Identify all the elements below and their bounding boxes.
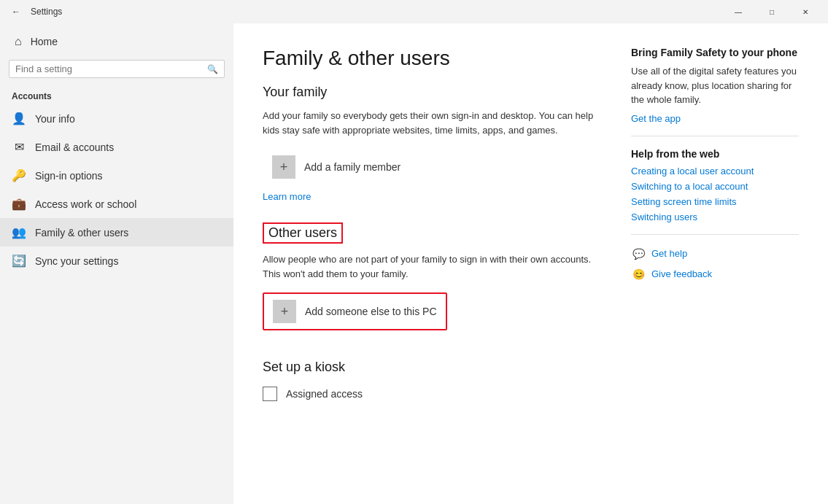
help-link-1[interactable]: Switching to a local account bbox=[631, 181, 799, 192]
help-section: 💬 Get help 😊 Give feedback bbox=[631, 247, 799, 282]
sidebar-item-family-other-users[interactable]: 👥 Family & other users bbox=[0, 218, 233, 247]
search-input[interactable] bbox=[15, 63, 207, 74]
sidebar-item-label: Sync your settings bbox=[35, 255, 118, 267]
get-app-link[interactable]: Get the app bbox=[631, 113, 799, 124]
give-feedback-label: Give feedback bbox=[651, 268, 712, 279]
kiosk-title: Set up a kiosk bbox=[263, 360, 602, 375]
titlebar: ← Settings — □ ✕ bbox=[0, 0, 828, 23]
window-title: Settings bbox=[31, 7, 62, 17]
sidebar-item-sync-settings[interactable]: 🔄 Sync your settings bbox=[0, 247, 233, 275]
kiosk-section: Set up a kiosk Assigned access bbox=[263, 360, 602, 404]
app-body: ⌂ Home 🔍 Accounts 👤 Your info ✉ Email & … bbox=[0, 23, 828, 504]
window-controls: — □ ✕ bbox=[721, 0, 822, 23]
work-icon: 💼 bbox=[12, 197, 26, 211]
other-users-title: Other users bbox=[263, 222, 343, 244]
your-family-title: Your family bbox=[263, 85, 602, 100]
divider bbox=[631, 136, 799, 136]
back-button[interactable]: ← bbox=[6, 1, 26, 22]
sidebar-item-label: Sign-in options bbox=[35, 170, 103, 182]
your-info-icon: 👤 bbox=[12, 112, 26, 125]
help-link-2[interactable]: Setting screen time limits bbox=[631, 196, 799, 207]
help-from-web-section: Help from the web Creating a local user … bbox=[631, 148, 799, 222]
search-icon: 🔍 bbox=[207, 64, 218, 74]
signin-icon: 🔑 bbox=[12, 168, 26, 182]
minimize-button[interactable]: — bbox=[721, 0, 755, 23]
assigned-access-item: Assigned access bbox=[263, 384, 602, 404]
get-help-label: Get help bbox=[651, 248, 687, 259]
maximize-button[interactable]: □ bbox=[755, 0, 789, 23]
give-feedback-icon: 😊 bbox=[631, 267, 646, 282]
close-button[interactable]: ✕ bbox=[789, 0, 822, 23]
help-link-3[interactable]: Switching users bbox=[631, 212, 799, 222]
sidebar-item-access-work-school[interactable]: 💼 Access work or school bbox=[0, 190, 233, 218]
sidebar-item-label: Family & other users bbox=[35, 227, 128, 239]
sidebar-home-label: Home bbox=[31, 36, 58, 47]
email-icon: ✉ bbox=[12, 140, 26, 154]
sidebar-item-email-accounts[interactable]: ✉ Email & accounts bbox=[0, 133, 233, 161]
get-help-icon: 💬 bbox=[631, 247, 646, 261]
right-panel: Bring Family Safety to your phone Use al… bbox=[631, 47, 799, 481]
main-content: Family & other users Your family Add you… bbox=[263, 47, 602, 481]
other-users-section: Other users Allow people who are not par… bbox=[263, 222, 602, 330]
help-link-0[interactable]: Creating a local user account bbox=[631, 166, 799, 177]
help-from-web-title: Help from the web bbox=[631, 148, 799, 160]
content-area: Family & other users Your family Add you… bbox=[233, 23, 828, 504]
sidebar-item-sign-in-options[interactable]: 🔑 Sign-in options bbox=[0, 161, 233, 190]
add-family-member-label: Add a family member bbox=[304, 161, 401, 173]
get-help-item[interactable]: 💬 Get help bbox=[631, 247, 799, 261]
sidebar-item-home[interactable]: ⌂ Home bbox=[3, 29, 231, 54]
learn-more-link[interactable]: Learn more bbox=[263, 191, 311, 202]
sidebar-section-label: Accounts bbox=[0, 87, 233, 104]
page-title: Family & other users bbox=[263, 47, 602, 70]
family-safety-description: Use all of the digital safety features y… bbox=[631, 64, 799, 107]
sidebar-item-label: Your info bbox=[35, 113, 75, 125]
add-family-member-button[interactable]: + Add a family member bbox=[263, 149, 602, 185]
sidebar-item-label: Email & accounts bbox=[35, 141, 114, 153]
family-icon: 👥 bbox=[12, 225, 26, 239]
your-family-description: Add your family so everybody gets their … bbox=[263, 109, 602, 137]
plus-icon: + bbox=[272, 155, 295, 179]
assigned-access-label: Assigned access bbox=[286, 388, 363, 400]
sidebar-item-label: Access work or school bbox=[35, 198, 136, 210]
divider-2 bbox=[631, 234, 799, 235]
family-safety-section: Bring Family Safety to your phone Use al… bbox=[631, 47, 799, 124]
home-icon: ⌂ bbox=[15, 35, 22, 48]
plus-icon: + bbox=[273, 300, 296, 323]
search-box: 🔍 bbox=[9, 60, 225, 78]
add-someone-else-label: Add someone else to this PC bbox=[305, 306, 437, 317]
sidebar: ⌂ Home 🔍 Accounts 👤 Your info ✉ Email & … bbox=[0, 23, 233, 504]
sidebar-item-your-info[interactable]: 👤 Your info bbox=[0, 104, 233, 133]
assigned-access-checkbox bbox=[263, 387, 277, 401]
family-safety-title: Bring Family Safety to your phone bbox=[631, 47, 799, 58]
add-someone-else-button[interactable]: + Add someone else to this PC bbox=[263, 292, 447, 330]
give-feedback-item[interactable]: 😊 Give feedback bbox=[631, 267, 799, 282]
other-users-description: Allow people who are not part of your fa… bbox=[263, 252, 602, 281]
sync-icon: 🔄 bbox=[12, 254, 26, 268]
your-family-section: Your family Add your family so everybody… bbox=[263, 85, 602, 202]
